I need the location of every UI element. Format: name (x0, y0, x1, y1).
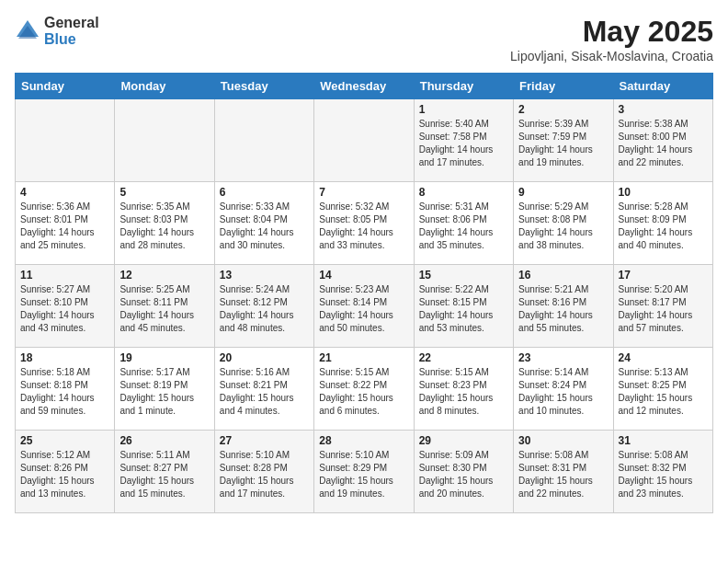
day-info: Sunrise: 5:14 AM Sunset: 8:24 PM Dayligh… (518, 366, 608, 418)
day-number: 29 (419, 434, 508, 447)
day-cell: 20Sunrise: 5:16 AM Sunset: 8:21 PM Dayli… (214, 348, 313, 431)
week-row-5: 25Sunrise: 5:12 AM Sunset: 8:26 PM Dayli… (16, 431, 713, 513)
day-number: 31 (619, 434, 708, 447)
day-cell: 12Sunrise: 5:25 AM Sunset: 8:11 PM Dayli… (115, 265, 214, 348)
day-info: Sunrise: 5:20 AM Sunset: 8:17 PM Dayligh… (619, 283, 708, 335)
day-info: Sunrise: 5:29 AM Sunset: 8:08 PM Dayligh… (518, 201, 608, 252)
day-info: Sunrise: 5:16 AM Sunset: 8:21 PM Dayligh… (220, 366, 309, 418)
day-cell: 18Sunrise: 5:18 AM Sunset: 8:18 PM Dayli… (16, 348, 115, 431)
day-number: 1 (419, 103, 508, 116)
calendar-table: Sunday Monday Tuesday Wednesday Thursday… (15, 73, 713, 513)
day-number: 23 (518, 351, 608, 364)
calendar-subtitle: Lipovljani, Sisak-Moslavina, Croatia (510, 49, 713, 63)
day-info: Sunrise: 5:24 AM Sunset: 8:12 PM Dayligh… (220, 283, 309, 335)
day-info: Sunrise: 5:35 AM Sunset: 8:03 PM Dayligh… (119, 201, 209, 252)
day-number: 26 (119, 434, 209, 447)
day-cell: 21Sunrise: 5:15 AM Sunset: 8:22 PM Dayli… (314, 348, 414, 431)
day-info: Sunrise: 5:33 AM Sunset: 8:04 PM Dayligh… (220, 201, 309, 252)
day-cell (16, 99, 115, 182)
day-number: 10 (619, 186, 708, 199)
day-cell: 30Sunrise: 5:08 AM Sunset: 8:31 PM Dayli… (514, 431, 613, 513)
week-row-3: 11Sunrise: 5:27 AM Sunset: 8:10 PM Dayli… (16, 265, 713, 348)
day-number: 25 (20, 434, 109, 447)
col-friday: Friday (514, 74, 613, 99)
day-cell: 19Sunrise: 5:17 AM Sunset: 8:19 PM Dayli… (115, 348, 214, 431)
day-number: 16 (518, 269, 608, 282)
day-number: 20 (220, 351, 309, 364)
header-row: Sunday Monday Tuesday Wednesday Thursday… (16, 74, 713, 99)
day-cell: 13Sunrise: 5:24 AM Sunset: 8:12 PM Dayli… (214, 265, 313, 348)
day-info: Sunrise: 5:13 AM Sunset: 8:25 PM Dayligh… (619, 366, 708, 418)
day-info: Sunrise: 5:18 AM Sunset: 8:18 PM Dayligh… (20, 366, 109, 418)
day-info: Sunrise: 5:39 AM Sunset: 7:59 PM Dayligh… (518, 118, 608, 169)
day-info: Sunrise: 5:23 AM Sunset: 8:14 PM Dayligh… (319, 283, 408, 335)
day-cell: 17Sunrise: 5:20 AM Sunset: 8:17 PM Dayli… (613, 265, 712, 348)
day-cell: 11Sunrise: 5:27 AM Sunset: 8:10 PM Dayli… (16, 265, 115, 348)
day-cell: 4Sunrise: 5:36 AM Sunset: 8:01 PM Daylig… (16, 182, 115, 265)
day-number: 27 (220, 434, 309, 447)
col-tuesday: Tuesday (214, 74, 313, 99)
day-number: 28 (319, 434, 408, 447)
day-number: 7 (319, 186, 408, 199)
day-cell: 6Sunrise: 5:33 AM Sunset: 8:04 PM Daylig… (214, 182, 313, 265)
col-saturday: Saturday (613, 74, 712, 99)
day-cell: 26Sunrise: 5:11 AM Sunset: 8:27 PM Dayli… (115, 431, 214, 513)
day-number: 18 (20, 351, 109, 364)
day-cell: 14Sunrise: 5:23 AM Sunset: 8:14 PM Dayli… (314, 265, 414, 348)
day-cell: 16Sunrise: 5:21 AM Sunset: 8:16 PM Dayli… (514, 265, 613, 348)
day-info: Sunrise: 5:15 AM Sunset: 8:22 PM Dayligh… (319, 366, 408, 418)
day-cell: 9Sunrise: 5:29 AM Sunset: 8:08 PM Daylig… (514, 182, 613, 265)
day-info: Sunrise: 5:27 AM Sunset: 8:10 PM Dayligh… (20, 283, 109, 335)
day-cell: 24Sunrise: 5:13 AM Sunset: 8:25 PM Dayli… (613, 348, 712, 431)
day-cell: 5Sunrise: 5:35 AM Sunset: 8:03 PM Daylig… (115, 182, 214, 265)
day-cell: 3Sunrise: 5:38 AM Sunset: 8:00 PM Daylig… (613, 99, 712, 182)
day-number: 5 (119, 186, 209, 199)
day-info: Sunrise: 5:10 AM Sunset: 8:29 PM Dayligh… (319, 449, 408, 500)
day-info: Sunrise: 5:22 AM Sunset: 8:15 PM Dayligh… (419, 283, 508, 335)
day-cell: 15Sunrise: 5:22 AM Sunset: 8:15 PM Dayli… (414, 265, 513, 348)
day-cell: 8Sunrise: 5:31 AM Sunset: 8:06 PM Daylig… (414, 182, 513, 265)
day-number: 8 (419, 186, 508, 199)
day-number: 9 (518, 186, 608, 199)
day-number: 6 (220, 186, 309, 199)
day-cell (314, 99, 414, 182)
day-cell: 22Sunrise: 5:15 AM Sunset: 8:23 PM Dayli… (414, 348, 513, 431)
day-number: 3 (619, 103, 708, 116)
day-info: Sunrise: 5:08 AM Sunset: 8:32 PM Dayligh… (619, 449, 708, 500)
day-info: Sunrise: 5:38 AM Sunset: 8:00 PM Dayligh… (619, 118, 708, 169)
day-cell (115, 99, 214, 182)
logo-icon (15, 18, 40, 44)
day-info: Sunrise: 5:40 AM Sunset: 7:58 PM Dayligh… (419, 118, 508, 169)
col-thursday: Thursday (414, 74, 513, 99)
day-number: 14 (319, 269, 408, 282)
day-info: Sunrise: 5:36 AM Sunset: 8:01 PM Dayligh… (20, 201, 109, 252)
day-number: 4 (20, 186, 109, 199)
day-info: Sunrise: 5:11 AM Sunset: 8:27 PM Dayligh… (119, 449, 209, 500)
day-number: 13 (220, 269, 309, 282)
day-number: 19 (119, 351, 209, 364)
day-info: Sunrise: 5:17 AM Sunset: 8:19 PM Dayligh… (119, 366, 209, 418)
calendar-body: 1Sunrise: 5:40 AM Sunset: 7:58 PM Daylig… (16, 99, 713, 513)
day-cell: 2Sunrise: 5:39 AM Sunset: 7:59 PM Daylig… (514, 99, 613, 182)
day-info: Sunrise: 5:32 AM Sunset: 8:05 PM Dayligh… (319, 201, 408, 252)
calendar-title: May 2025 (510, 15, 713, 49)
day-cell: 31Sunrise: 5:08 AM Sunset: 8:32 PM Dayli… (613, 431, 712, 513)
day-cell: 10Sunrise: 5:28 AM Sunset: 8:09 PM Dayli… (613, 182, 712, 265)
day-cell: 29Sunrise: 5:09 AM Sunset: 8:30 PM Dayli… (414, 431, 513, 513)
day-number: 12 (119, 269, 209, 282)
logo: General Blue (15, 15, 99, 47)
day-info: Sunrise: 5:21 AM Sunset: 8:16 PM Dayligh… (518, 283, 608, 335)
page-header: General Blue May 2025 Lipovljani, Sisak-… (15, 15, 713, 63)
day-cell: 27Sunrise: 5:10 AM Sunset: 8:28 PM Dayli… (214, 431, 313, 513)
day-cell: 23Sunrise: 5:14 AM Sunset: 8:24 PM Dayli… (514, 348, 613, 431)
col-sunday: Sunday (16, 74, 115, 99)
title-block: May 2025 Lipovljani, Sisak-Moslavina, Cr… (510, 15, 713, 63)
day-number: 15 (419, 269, 508, 282)
day-number: 24 (619, 351, 708, 364)
day-info: Sunrise: 5:09 AM Sunset: 8:30 PM Dayligh… (419, 449, 508, 500)
week-row-1: 1Sunrise: 5:40 AM Sunset: 7:58 PM Daylig… (16, 99, 713, 182)
col-wednesday: Wednesday (314, 74, 414, 99)
calendar-header: Sunday Monday Tuesday Wednesday Thursday… (16, 74, 713, 99)
day-info: Sunrise: 5:10 AM Sunset: 8:28 PM Dayligh… (220, 449, 309, 500)
day-cell (214, 99, 313, 182)
